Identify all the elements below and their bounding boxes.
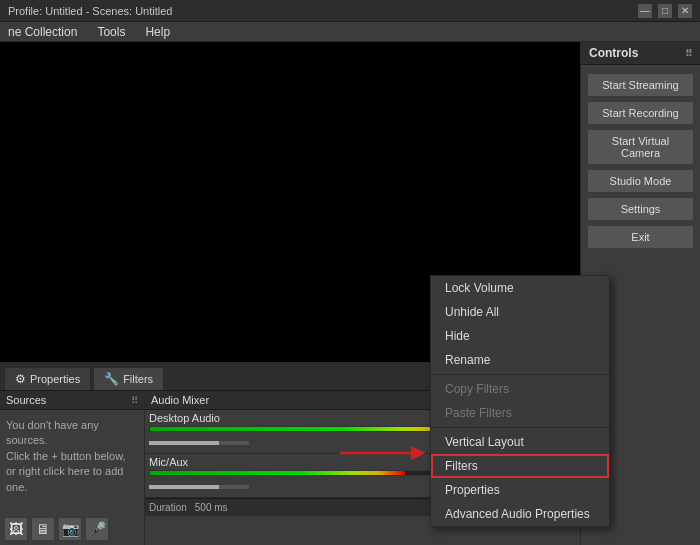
- filter-icon: 🔧: [104, 372, 119, 386]
- sources-empty-label: You don't have any sources. Click the + …: [6, 419, 126, 493]
- settings-button[interactable]: Settings: [587, 197, 694, 221]
- title-bar-text: Profile: Untitled - Scenes: Untitled: [8, 5, 172, 17]
- studio-mode-button[interactable]: Studio Mode: [587, 169, 694, 193]
- audio-mixer-title: Audio Mixer: [151, 394, 209, 406]
- desktop-audio-slider-fill: [149, 441, 219, 445]
- start-streaming-button[interactable]: Start Streaming: [587, 73, 694, 97]
- sources-panel-header: Sources ⠿: [0, 391, 144, 410]
- menu-tools[interactable]: Tools: [93, 25, 129, 39]
- ctx-properties[interactable]: Properties: [431, 478, 609, 502]
- sources-camera-button[interactable]: 📷: [58, 517, 82, 541]
- start-recording-button[interactable]: Start Recording: [587, 101, 694, 125]
- menu-ne-collection[interactable]: ne Collection: [4, 25, 81, 39]
- menu-help[interactable]: Help: [141, 25, 174, 39]
- controls-buttons: Start Streaming Start Recording Start Vi…: [581, 65, 700, 257]
- ctx-separator-1: [431, 374, 609, 375]
- minimize-button[interactable]: —: [638, 4, 652, 18]
- sources-title: Sources: [6, 394, 46, 406]
- maximize-button[interactable]: □: [658, 4, 672, 18]
- title-bar-controls: — □ ✕: [638, 4, 692, 18]
- desktop-audio-meter-fill: [150, 427, 469, 431]
- sources-screen-button[interactable]: 🖥: [31, 517, 55, 541]
- mic-aux-name: Mic/Aux: [149, 456, 188, 468]
- sources-drag-handle: ⠿: [131, 395, 138, 406]
- ctx-paste-filters: Paste Filters: [431, 401, 609, 425]
- ctx-lock-volume[interactable]: Lock Volume: [431, 276, 609, 300]
- exit-button[interactable]: Exit: [587, 225, 694, 249]
- red-arrow-indicator: [330, 438, 430, 468]
- mic-aux-slider[interactable]: [149, 485, 249, 489]
- duration-value: 500 ms: [195, 502, 228, 513]
- sources-empty-text: You don't have any sources. Click the + …: [0, 410, 144, 503]
- ctx-advanced-audio[interactable]: Advanced Audio Properties: [431, 502, 609, 526]
- sources-toolbar: 🖼 🖥 📷 🎤: [4, 517, 109, 541]
- context-menu: Lock Volume Unhide All Hide Rename Copy …: [430, 275, 610, 527]
- duration-label: Duration: [149, 502, 187, 513]
- title-bar: Profile: Untitled - Scenes: Untitled — □…: [0, 0, 700, 22]
- tab-properties[interactable]: ⚙ Properties: [4, 367, 91, 390]
- mic-aux-meter-fill: [150, 471, 405, 475]
- ctx-vertical-layout[interactable]: Vertical Layout: [431, 430, 609, 454]
- desktop-audio-name: Desktop Audio: [149, 412, 220, 424]
- sources-panel: Sources ⠿ You don't have any sources. Cl…: [0, 391, 145, 545]
- sources-mic-button[interactable]: 🎤: [85, 517, 109, 541]
- ctx-copy-filters: Copy Filters: [431, 377, 609, 401]
- menu-bar: ne Collection Tools Help: [0, 22, 700, 42]
- sources-add-button[interactable]: 🖼: [4, 517, 28, 541]
- ctx-filters[interactable]: Filters: [431, 454, 609, 478]
- ctx-unhide-all[interactable]: Unhide All: [431, 300, 609, 324]
- controls-drag-handle: ⠿: [685, 48, 692, 59]
- controls-header: Controls ⠿: [581, 42, 700, 65]
- ctx-separator-2: [431, 427, 609, 428]
- gear-icon: ⚙: [15, 372, 26, 386]
- ctx-hide[interactable]: Hide: [431, 324, 609, 348]
- tab-filters-label: Filters: [123, 373, 153, 385]
- tab-properties-label: Properties: [30, 373, 80, 385]
- mic-aux-slider-fill: [149, 485, 219, 489]
- start-virtual-camera-button[interactable]: Start Virtual Camera: [587, 129, 694, 165]
- controls-title: Controls: [589, 46, 638, 60]
- tab-filters[interactable]: 🔧 Filters: [93, 367, 164, 390]
- ctx-rename[interactable]: Rename: [431, 348, 609, 372]
- close-button[interactable]: ✕: [678, 4, 692, 18]
- desktop-audio-slider[interactable]: [149, 441, 249, 445]
